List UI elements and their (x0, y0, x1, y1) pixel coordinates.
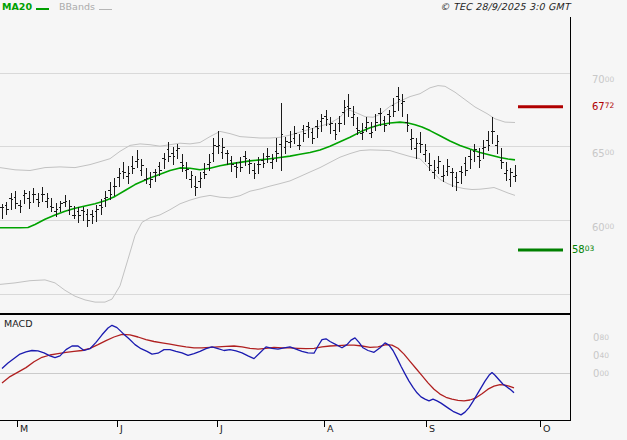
legend: MA20BBands (2, 1, 112, 15)
macd-scale-label: 080 (593, 333, 609, 344)
price-scale-label: 6000 (592, 223, 614, 234)
resistance-price-label: 6772 (592, 102, 614, 113)
month-label: J (220, 423, 223, 434)
price-bars (0, 87, 517, 227)
ma20-legend-line-icon (36, 8, 49, 10)
chart-canvas (0, 0, 627, 440)
legend-bbands-label: BBands (59, 1, 95, 12)
price-scale-label: 6500 (592, 149, 614, 160)
bbands-legend-line-icon (99, 9, 112, 10)
price-scale-label: 7000 (592, 75, 614, 86)
level-lines (518, 107, 563, 250)
copyright-text: © TEC 28/9/2025 3:0 GMT (440, 1, 570, 12)
month-label: O (543, 423, 550, 434)
macd-scale-label: 040 (593, 351, 609, 362)
legend-ma20-label: MA20 (2, 1, 32, 12)
panel-borders (0, 17, 571, 427)
macd-lines (2, 325, 514, 415)
support-price-label: 5803 (572, 245, 594, 256)
month-label: M (20, 423, 28, 434)
price-gridlines (0, 73, 570, 295)
month-label: A (327, 423, 334, 434)
macd-panel-label: MACD (4, 318, 32, 329)
month-label: J (120, 423, 123, 434)
month-label: S (429, 423, 435, 434)
macd-scale-label: 000 (593, 369, 609, 380)
stock-chart: MA20BBands © TEC 28/9/2025 3:0 GMT MACD … (0, 0, 627, 440)
bollinger-bands (0, 86, 515, 303)
